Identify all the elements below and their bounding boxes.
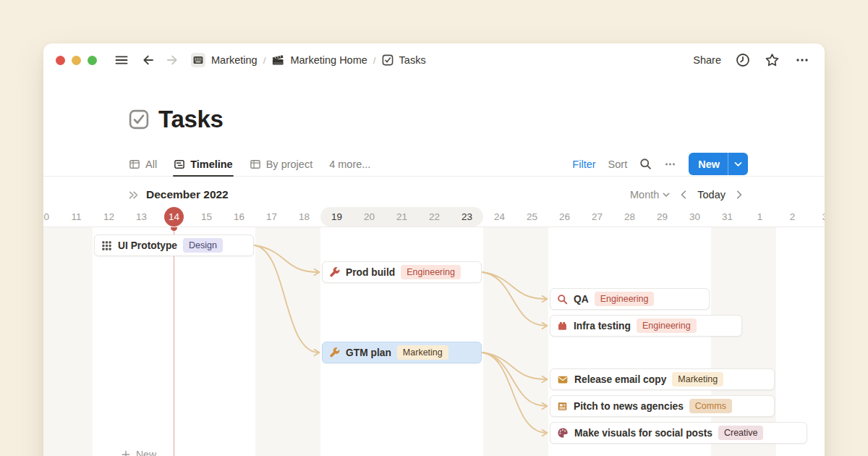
date-label: 11 (71, 207, 81, 227)
timeline-body: New UI PrototypeDesignProd buildEngineer… (43, 227, 825, 456)
date-label: 12 (103, 207, 114, 227)
date-label: 26 (559, 207, 570, 227)
add-task-button[interactable]: New (121, 449, 156, 456)
dependency-arrow (482, 272, 547, 299)
timeline-scale-label: Month (630, 189, 659, 200)
timeline-scale-select[interactable]: Month (630, 189, 670, 200)
task-card[interactable]: Pitch to news agenciesComms (550, 395, 775, 417)
share-button[interactable]: Share (693, 54, 721, 66)
chevron-down-icon[interactable] (728, 153, 748, 175)
date-label: 3 (822, 207, 825, 227)
date-label: 29 (657, 207, 668, 227)
task-card[interactable]: UI PrototypeDesign (94, 235, 254, 256)
task-title: QA (574, 294, 589, 305)
date-label: 18 (299, 207, 310, 227)
star-icon[interactable] (765, 53, 780, 67)
breadcrumb: Marketing / Marketing Home / Tasks (191, 53, 426, 67)
traffic-lights (56, 56, 97, 65)
search-icon[interactable] (639, 158, 652, 170)
date-label: 31 (722, 207, 733, 227)
chevron-down-icon (663, 193, 670, 198)
task-title: Release email copy (574, 374, 666, 385)
news-icon (557, 401, 568, 412)
date-label: 20 (364, 207, 375, 227)
app-window: Marketing / Marketing Home / Tasks Share (43, 43, 825, 456)
more-icon[interactable] (794, 54, 810, 67)
add-task-label: New (136, 449, 156, 456)
palette-icon (557, 427, 569, 439)
date-label: 15 (201, 207, 212, 227)
tab-by-project[interactable]: By project (250, 151, 312, 177)
minimize-button[interactable] (72, 56, 81, 65)
zoom-button[interactable] (88, 56, 97, 65)
search-icon (557, 294, 568, 305)
tab-more[interactable]: 4 more... (329, 151, 370, 177)
task-card[interactable]: Make visuals for social postsCreative (550, 422, 807, 444)
task-title: GTM plan (346, 347, 391, 358)
tab-all[interactable]: All (129, 151, 157, 177)
forward-arrow-icon[interactable] (165, 53, 179, 67)
tab-label: 4 more... (329, 159, 370, 170)
back-arrow-icon[interactable] (141, 53, 156, 67)
date-label: 21 (396, 207, 407, 227)
wrench-icon (329, 347, 340, 358)
more-icon[interactable] (664, 159, 676, 170)
task-card[interactable]: Prod buildEngineering (322, 261, 482, 283)
task-tag: Comms (689, 399, 732, 413)
clapperboard-icon (271, 54, 284, 67)
date-label: 19 (331, 207, 342, 227)
table-icon (129, 159, 140, 170)
date-label: 25 (527, 207, 537, 227)
sort-button[interactable]: Sort (608, 159, 628, 170)
filter-button[interactable]: Filter (572, 159, 595, 170)
wrench-icon (329, 267, 340, 278)
today-date-badge[interactable]: 14 (164, 207, 184, 227)
new-button-label: New (689, 153, 728, 175)
breadcrumb-label: Tasks (399, 54, 426, 66)
tab-timeline[interactable]: Timeline (174, 151, 233, 177)
chevron-right-icon[interactable] (736, 190, 742, 199)
checkbox-icon[interactable] (129, 109, 149, 130)
double-chevron-right-icon[interactable] (128, 190, 139, 200)
new-button[interactable]: New (689, 153, 748, 175)
task-tag: Engineering (401, 265, 461, 279)
keyboard-icon (191, 53, 205, 67)
tab-label: Timeline (190, 159, 233, 170)
date-label: 28 (624, 207, 635, 227)
date-label: 24 (494, 207, 505, 227)
date-label: 30 (689, 207, 700, 227)
envelope-icon (557, 374, 569, 385)
task-tag: Engineering (595, 292, 655, 306)
task-card[interactable]: Infra testingEngineering (550, 315, 742, 337)
table-icon (250, 159, 261, 170)
menu-icon[interactable] (114, 54, 129, 66)
timeline-date-strip: 1011121314151617181920212223242526272829… (43, 207, 825, 227)
date-label: 10 (43, 207, 49, 227)
chevron-left-icon[interactable] (681, 190, 686, 199)
page-title: Tasks (158, 106, 224, 133)
today-button[interactable]: Today (697, 189, 726, 200)
breadcrumb-item-marketing-home[interactable]: Marketing Home (271, 54, 367, 67)
task-card[interactable]: Release email copyMarketing (550, 368, 775, 390)
clock-icon[interactable] (736, 53, 750, 67)
breadcrumb-label: Marketing Home (290, 54, 367, 66)
task-card[interactable]: GTM planMarketing (322, 342, 482, 363)
breadcrumb-item-tasks[interactable]: Tasks (382, 54, 426, 66)
task-card[interactable]: QAEngineering (550, 288, 710, 310)
task-title: UI Prototype (118, 240, 177, 251)
date-label: 16 (234, 207, 244, 227)
close-button[interactable] (56, 56, 65, 65)
task-title: Prod build (346, 267, 395, 278)
dependency-arrow (255, 245, 319, 272)
tabs-divider (43, 176, 825, 177)
task-tag: Design (183, 238, 223, 253)
window-top-bar: Marketing / Marketing Home / Tasks Share (43, 43, 825, 77)
timeline-icon (174, 159, 185, 170)
brick-icon (557, 321, 568, 332)
task-title: Make visuals for social posts (574, 428, 712, 439)
task-title: Pitch to news agencies (574, 401, 684, 412)
breadcrumb-item-marketing[interactable]: Marketing (191, 53, 258, 67)
grid-icon (101, 240, 112, 251)
date-label: 2 (790, 207, 796, 227)
breadcrumb-separator: / (263, 55, 266, 66)
